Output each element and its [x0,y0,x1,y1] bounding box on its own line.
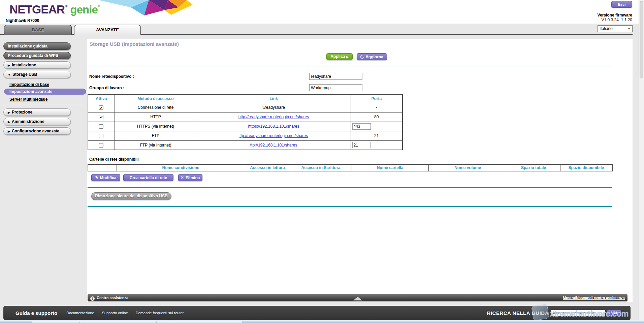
sidebar-item-server-multimediale[interactable]: Server Multimediale [9,97,86,102]
guide-search: RICERCA NELLA GUIDA VAI [487,310,621,316]
col-header-link: Link [197,95,351,103]
table-row: ✔ Connessione di rete \\readyshare - [88,103,402,112]
port-value: 21 [351,131,402,140]
help-center-label: ?Centro assistenza [90,294,128,301]
share-link[interactable]: https://192.168.1.101/shares [248,124,299,129]
search-go-button[interactable]: VAI [607,310,621,316]
safe-remove-usb-button[interactable]: Rimozione sicura del dispositivo USB [91,192,171,200]
col-header-porta: Porta [351,95,402,103]
access-method: HTTP [115,112,197,122]
tab-avanzate[interactable]: AVANZATE [74,25,141,35]
footer-link-supporto-online[interactable]: Supporto online [98,311,132,315]
sidebar-item-impostazioni-avanzate-active[interactable]: Impostazioni avanzate [4,89,86,95]
col-header-select [88,164,117,171]
sidebar-item-installazione-guidata[interactable]: Installazione guidata [3,42,71,50]
firmware-version: V1.0.3.24_1.1.20 [539,18,632,22]
vertical-scrollbar[interactable] [639,0,644,320]
checkbox-https[interactable] [99,124,103,129]
play-arrow-icon: ▶ [346,55,349,59]
refresh-icon [360,54,364,59]
network-folders-table: Nome condivisione Accesso in lettura Acc… [88,164,613,171]
footer-link-faq[interactable]: Domande frequenti sul router [132,311,187,315]
guide-search-label: RICERCA NELLA GUIDA [487,310,549,316]
sidebar-item-amministrazione[interactable]: ▶Amministrazione [3,118,71,125]
device-name: Nighthawk R7000 [6,18,39,23]
help-center-bar: ?Centro assistenza Mostra/Nascondi centr… [88,294,627,301]
device-name-label: Nome rete/dispositivo : [89,74,134,79]
netgear-wordmark: NETGEAR® [9,3,67,16]
sidebar-item-protezione[interactable]: ▶Protezione [3,108,71,116]
page-title: Storage USB (Impostazioni avanzate) [90,41,179,47]
checkbox-ftp[interactable] [99,134,103,138]
footer-bar: Guida e supporto Documentazione Supporto… [3,306,631,320]
pencil-icon: ✎ [95,175,98,180]
chevron-down-icon: ▼ [8,73,11,76]
chevron-right-icon: ▶ [8,120,10,124]
app-header: NETGEAR® genie® Nighthawk R7000 Esci Ver… [0,0,639,24]
chevron-right-icon: ▶ [8,130,10,133]
device-name-input[interactable] [309,73,362,80]
delete-button[interactable]: ✕Elimina [178,174,202,181]
chevron-right-icon: ▶ [8,111,10,114]
logout-button[interactable]: Esci [611,1,632,8]
share-link[interactable]: ftp://192.168.1.101/shares [250,143,297,148]
https-port-input[interactable] [352,123,371,130]
firmware-info: Versione firmware V1.0.3.24_1.1.20 [539,13,632,22]
footer-link-documentazione[interactable]: Documentazione [63,311,98,315]
scrollbar-thumb[interactable] [640,1,643,78]
footer-title: Guida e supporto [15,310,57,316]
ftp-port-input[interactable] [352,142,371,148]
create-network-folder-button[interactable]: Crea cartella di rete [123,174,173,181]
col-header-spazio-disponibile: Spazio disponibile [560,164,612,171]
chevron-right-icon: ▶ [8,64,10,67]
col-header-nome-condivisione: Nome condivisione [117,164,245,171]
sidebar-item-configurazione-avanzata[interactable]: ▶Configurazione avanzata [3,127,71,135]
col-header-nome-volume: Nome volume [428,164,507,171]
sidebar-item-impostazioni-di-base[interactable]: Impostazioni di base [9,82,86,87]
port-value: 80 [351,112,402,122]
access-methods-table: Attiva Metodo di accesso Link Porta ✔ Co… [88,94,403,150]
edit-button[interactable]: ✎Modifica [91,174,120,181]
sidebar-item-wps[interactable]: Procedura guidata di WPS [3,52,71,59]
storage-usb-submenu: Impostazioni di base Impostazioni avanza… [3,82,86,102]
access-method: FTP [115,131,197,140]
guide-search-input[interactable] [551,310,605,316]
teal-divider [88,206,612,207]
refresh-button[interactable]: Aggiorna [357,53,387,60]
collapse-arrow-icon[interactable] [353,297,362,300]
workgroup-label: Gruppo di lavoro : [89,86,124,90]
table-row: ✔ HTTP http://readyshare.routerlogin.net… [88,112,402,122]
tab-bar: BASE AVANZATE Italiano ▼ [0,24,639,35]
col-header-nome-cartella: Nome cartella [352,164,428,171]
teal-divider [88,66,612,66]
sidebar-item-installazione[interactable]: ▶Installazione [3,61,71,69]
table-row: HTTPS (via Internet) https://192.168.1.1… [88,122,402,131]
taskbar-button [157,321,243,323]
share-link[interactable]: ftp://readyshare.routerlogin.net/shares [239,133,308,138]
workgroup-input[interactable] [309,84,362,91]
checkbox-http[interactable]: ✔ [99,115,103,119]
sidebar-item-storage-usb[interactable]: ▼Storage USB [3,71,71,78]
language-select[interactable]: Italiano ▼ [598,25,633,32]
language-value: Italiano [600,26,613,31]
folders-section-label: Cartelle di rete disponibili [89,157,139,162]
col-header-accesso-lettura: Accesso in lettura [245,164,290,171]
col-header-attiva: Attiva [88,95,115,103]
question-mark-icon: ? [90,296,95,301]
check-icon: ✔ [100,115,103,119]
taskbar-button [32,321,79,323]
col-header-spazio-totale: Spazio totale [507,164,560,171]
col-header-accesso-scrittura: Accesso in Scrittura [290,164,352,171]
share-link[interactable]: http://readyshare.routerlogin.net/shares [238,115,309,119]
checkbox-network-connection[interactable]: ✔ [99,105,103,110]
table-header-row: Nome condivisione Accesso in lettura Acc… [88,164,612,171]
sidebar-nav: Installazione guidata Procedura guidata … [3,42,86,137]
tab-base[interactable]: BASE [4,25,72,35]
access-method: Connessione di rete [115,103,197,112]
checkbox-ftp-internet[interactable] [99,143,103,148]
check-icon: ✔ [100,106,103,110]
toggle-help-center-link[interactable]: Mostra/Nascondi centro assistenza [563,294,625,301]
sidebar-divider [3,105,86,105]
footer-links: Documentazione Supporto online Domande f… [63,311,187,316]
apply-button[interactable]: Applica ▶ [326,53,353,60]
